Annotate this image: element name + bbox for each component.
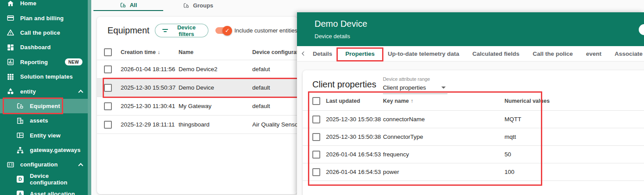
sidebar-item-device-configuration[interactable]: D Device configuration [0,172,88,187]
tab-groups[interactable]: Groups [163,0,233,11]
sidebar-item-entity-view[interactable]: Entity view [0,128,88,143]
devices-icon [183,2,190,9]
sidebar-item-home[interactable]: Home [0,0,88,11]
tab-call-the-police[interactable]: Call the police [526,46,580,61]
client-properties-card: Client properties Device attribute range… [303,70,644,195]
device-filters-button[interactable]: Device filters [155,24,209,37]
sidebar-item-plan-and-billing[interactable]: Plan and billing [0,11,88,25]
toggle-thumb-check-icon[interactable]: ✓ [222,26,232,36]
column-header-numerical-values[interactable]: Numerical values [504,98,644,104]
sidebar-item-label: Device configuration [30,173,82,186]
sidebar-item-assets[interactable]: assets [0,113,88,128]
select-all-checkbox[interactable] [312,97,320,105]
sidebar-item-reporting[interactable]: Reporting NEW [0,55,88,69]
column-header-last-updated[interactable]: Last updated [326,98,383,104]
property-row[interactable]: 2025-12-30 15:50:38 connectorName MQTT [303,111,644,128]
alpha-a-box-icon: A [16,190,25,195]
cell-creation-time: 2025-12-30 11:30:41 [121,103,179,109]
home-icon [6,0,15,8]
sidebar-scrollbar[interactable] [88,0,91,195]
dashboard-icon [6,43,15,52]
sidebar-item-label: Home [20,0,36,7]
attribute-range-dropdown[interactable]: Device attribute range Client properties [383,75,447,94]
toggle-label: Include customer entities [234,27,297,34]
cell-last-updated: 2025-12-30 15:50:38 [326,134,383,140]
tab-properties[interactable]: Properties [339,46,381,61]
tab-associate[interactable]: Associate [608,46,644,61]
sidebar-item-solution-templates[interactable]: Solution templates [0,69,88,84]
sidebar-item-dashboard[interactable]: Dashboard [0,40,88,54]
chart-icon [6,58,15,66]
sidebar-item-entity[interactable]: entity [0,84,88,98]
row-checkbox[interactable] [312,116,320,123]
new-badge: NEW [65,58,82,65]
cell-device-configuration: default [252,103,297,109]
attribute-range-label: Device attribute range [383,76,430,82]
include-customer-entities-toggle[interactable]: ✓ Include customer entities [215,27,297,34]
tab-properties-label: Properties [345,51,375,57]
property-row[interactable]: 2025-12-30 15:50:38 ConnectorType mqtt [303,128,644,146]
client-properties-title: Client properties [312,79,376,90]
cell-device-configuration: default [252,84,297,91]
column-header-name[interactable]: Name [179,49,252,55]
chevron-up-icon[interactable] [78,163,83,168]
warning-triangle-icon [6,28,15,37]
row-checkbox[interactable] [312,168,320,176]
equipment-table-header: Creation time↓ Name Device configuration [97,44,297,60]
tab-event[interactable]: event [580,46,608,61]
tab-telemetry[interactable]: Up-to-date telemetry data [381,46,466,61]
tabs-scroll-left-icon[interactable] [300,46,306,61]
cell-last-updated: 2026-01-04 16:54:53 [326,169,383,175]
row-checkbox[interactable] [104,65,112,73]
row-checkbox[interactable] [312,151,320,159]
sidebar-item-gateway-gateways[interactable]: gateway.gateways [0,143,88,157]
chevron-up-icon[interactable] [78,90,83,94]
table-row[interactable]: 2025-12-30 11:30:41 My Gateway default [97,97,297,116]
column-header-creation-time[interactable]: Creation time↓ [121,49,179,55]
sidebar-item-label: gateway.gateways [30,147,81,153]
cell-key-name: ConnectorType [383,134,504,140]
cell-creation-time: 2026-01-04 18:11:56 [121,66,179,72]
device-subtitle: Device details [315,33,644,40]
table-row[interactable]: 2025-12-29 18:11:11 thingsboard Air Qual… [97,116,297,134]
cell-value: 50 [504,151,644,158]
device-title: Demo Device [315,19,644,29]
equipment-card: Equipment Device filters ✓ Include custo… [97,17,297,194]
row-checkbox[interactable] [312,133,320,141]
table-row[interactable]: 2026-01-04 18:11:56 Demo Device2 defalut [97,60,297,79]
tab-calculated-fields[interactable]: Calculated fields [466,46,526,61]
row-checkbox[interactable] [104,84,112,92]
device-details-panel: Demo Device Device details Details Prope… [297,12,644,195]
sidebar-item-label: Reporting [20,59,48,65]
sidebar-item-equipment[interactable]: Equipment [0,99,88,113]
dropdown-caret-icon [441,87,446,89]
select-all-checkbox[interactable] [104,48,112,56]
cell-value: 100 [504,169,644,175]
cell-value: MQTT [504,116,644,123]
row-checkbox[interactable] [104,102,112,110]
cell-key-name: frequency [383,151,504,158]
toggle-track[interactable]: ✓ [215,27,230,34]
property-row[interactable]: 2026-01-04 16:54:53 power 100 [303,163,644,181]
cell-creation-time: 2025-12-30 15:50:37 [121,84,179,91]
sidebar-item-label: configuration [20,161,58,168]
property-row[interactable]: 2026-01-04 16:54:53 frequency 50 [303,146,644,163]
cell-name: My Gateway [179,103,252,109]
cell-device-configuration: Air Quality Sensor [252,121,297,128]
tab-all[interactable]: All [93,0,163,11]
sidebar-item-configuration[interactable]: configuration [0,157,88,172]
attribute-range-value: Client properties [383,84,426,91]
billing-card-icon [6,14,15,22]
letter-d-glyph: D [17,176,24,183]
column-header-device-configuration[interactable]: Device configuration [252,49,297,55]
entity-view-tabs: All Groups [93,0,233,11]
table-row-demo-device[interactable]: 2025-12-30 15:50:37 Demo Device default [97,79,297,97]
column-header-key-name[interactable]: Key name↑ [383,98,504,104]
sidebar-item-call-the-police[interactable]: Call the police [0,25,88,40]
sidebar-item-asset-allocation[interactable]: A Asset allocation [0,187,88,195]
device-details-header: Demo Device Device details [297,12,644,46]
row-checkbox[interactable] [104,121,112,129]
category-icon [6,87,15,96]
tab-details[interactable]: Details [306,46,339,61]
properties-table-header: Last updated Key name↑ Numerical values [303,91,644,111]
